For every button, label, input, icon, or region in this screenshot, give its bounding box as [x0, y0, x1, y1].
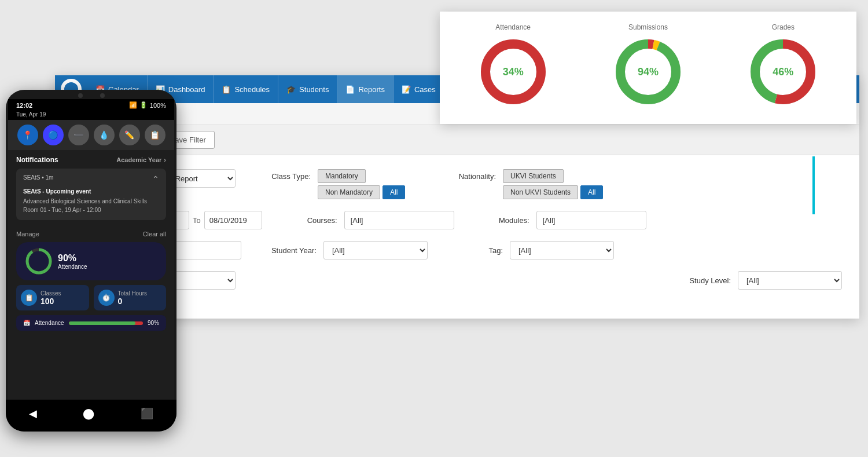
nav-item-reports[interactable]: 📄 Reports	[337, 75, 393, 103]
notif-card-header: SEAtS • 1m ⌃	[23, 174, 159, 184]
nav-item-schedules[interactable]: 📋 Schedules	[214, 75, 278, 103]
class-type-buttons: Mandatory	[318, 169, 366, 183]
home-button[interactable]: ⬤	[83, 407, 94, 420]
attendance-bar-fill	[69, 321, 136, 325]
cases-icon: 📝	[402, 85, 411, 94]
nav-label-schedules: Schedules	[234, 85, 270, 94]
attendance-label: Attendance	[58, 264, 87, 270]
non-ukvi-button[interactable]: Non UKVI Students	[503, 185, 578, 199]
bluetooth-icon[interactable]: 🔵	[43, 125, 64, 145]
battery-icon: 🔋	[139, 101, 148, 109]
total-hours-value: 0	[118, 297, 148, 306]
nav-label-cases: Cases	[414, 85, 436, 94]
nav-item-cases[interactable]: 📝 Cases	[393, 75, 444, 103]
to-label: To	[193, 216, 201, 225]
submissions-value: 94%	[638, 66, 659, 78]
nationality-all-button[interactable]: All	[580, 185, 603, 199]
mandatory-button[interactable]: Mandatory	[318, 169, 366, 183]
phone-camera	[78, 93, 105, 98]
back-button[interactable]: ◀	[29, 407, 37, 420]
svg-point-11	[27, 250, 50, 273]
phone-screen: 12:02 📶 🔋 100% Tue, Apr 19 📍 🔵 ➖ 💧 ✏️ 📋 …	[8, 99, 174, 400]
ukvi-button[interactable]: UKVI Students	[503, 169, 564, 183]
pen-icon[interactable]: ✏️	[119, 125, 140, 145]
attendance-bar-icon: 📅	[23, 320, 30, 326]
reports-icon: 📄	[345, 85, 355, 94]
attendance-bar-label: Attendance	[35, 320, 64, 326]
attendance-donut: 34%	[479, 37, 548, 107]
minus-icon[interactable]: ➖	[68, 125, 89, 145]
attendance-chart: Attendance 34%	[479, 23, 548, 107]
nationality-group: Nationality: UKVI Students Non UKVI Stud…	[444, 169, 606, 199]
study-level-label: Study Level:	[679, 276, 731, 285]
grades-value: 46%	[773, 66, 793, 78]
notifications-section: Notifications Academic Year › SEAtS • 1m…	[8, 150, 174, 226]
notifications-label: Notifications	[16, 156, 58, 164]
modules-input[interactable]	[536, 211, 646, 229]
attendance-bar-track	[69, 321, 143, 325]
cyan-accent	[812, 156, 815, 214]
hours-card: ⏱️ Total Hours 0	[94, 285, 167, 310]
non-mandatory-button[interactable]: Non Mandatory	[318, 185, 380, 199]
notif-chevron-icon: ⌃	[152, 174, 159, 184]
phone: 12:02 📶 🔋 100% Tue, Apr 19 📍 🔵 ➖ 💧 ✏️ 📋 …	[6, 90, 176, 432]
date-to-input[interactable]	[204, 211, 262, 229]
class-type-all-button[interactable]: All	[382, 185, 405, 199]
attendance-section: 90% Attendance 📋 Classes 100 ⏱️ Total Ho…	[8, 242, 174, 331]
submissions-chart-title: Submissions	[628, 23, 668, 31]
nav-item-students[interactable]: 🎓 Students	[278, 75, 337, 103]
student-year-select[interactable]: [All]	[323, 241, 428, 259]
form-row-2: Date: To Courses: Modules:	[72, 211, 842, 229]
chart-panel: Attendance 34% Submissions	[440, 12, 856, 124]
clipboard-icon[interactable]: 📋	[145, 125, 165, 145]
attendance-bar-card: 📅 Attendance 90%	[16, 315, 166, 331]
courses-label: Courses:	[285, 216, 337, 225]
location-icon[interactable]: 📍	[17, 125, 38, 145]
submissions-chart: Submissions 94%	[613, 23, 683, 107]
courses-input[interactable]	[344, 211, 454, 229]
academic-year-label: Academic Year ›	[116, 156, 166, 163]
student-year-label: Student Year:	[264, 246, 317, 255]
phone-nav-bar: ◀ ⬤ ⬛	[6, 400, 176, 432]
attendance-pill: 90% Attendance	[16, 242, 166, 280]
phone-time: 12:02	[16, 102, 32, 109]
manage-label[interactable]: Manage	[16, 231, 39, 237]
stats-row: 📋 Classes 100 ⏱️ Total Hours 0	[16, 285, 166, 310]
notif-title: SEAtS - Upcoming event	[23, 187, 159, 196]
attendance-bar-pct: 90%	[148, 320, 159, 326]
notif-header: Notifications Academic Year ›	[16, 156, 166, 164]
classes-label: Classes	[41, 290, 61, 297]
recents-button[interactable]: ⬛	[141, 407, 153, 420]
hours-info: Total Hours 0	[118, 290, 148, 306]
study-level-select[interactable]: [All]	[738, 271, 842, 290]
student-year-group: Student Year: [All]	[264, 241, 428, 259]
clear-all-label[interactable]: Clear all	[143, 231, 166, 237]
nav-label-dashboard: Dashboard	[168, 85, 205, 94]
class-type-label: Class Type:	[259, 172, 311, 181]
manage-row: Manage Clear all	[8, 226, 174, 242]
notification-card: SEAtS • 1m ⌃ SEAtS - Upcoming event Adva…	[16, 169, 166, 220]
classes-icon: 📋	[21, 290, 37, 306]
study-level-group: Study Level: [All]	[679, 271, 842, 290]
phone-date-row: Tue, Apr 19	[8, 111, 174, 120]
total-hours-label: Total Hours	[118, 290, 148, 297]
tag-select[interactable]: [All]	[510, 241, 614, 259]
wifi-icon: 📶	[129, 101, 137, 109]
tag-label: Tag:	[451, 246, 503, 255]
nav-label-students: Students	[299, 85, 329, 94]
schedules-icon: 📋	[222, 85, 231, 94]
form-row-1: Reports: Academic Report Class Type: Man…	[72, 169, 842, 199]
water-icon[interactable]: 💧	[94, 125, 115, 145]
classes-card: 📋 Classes 100	[16, 285, 89, 310]
camera-dot-right	[100, 93, 105, 98]
modules-label: Modules:	[477, 216, 529, 225]
phone-icons-row: 📍 🔵 ➖ 💧 ✏️ 📋	[8, 120, 174, 150]
phone-date: Tue, Apr 19	[16, 111, 46, 118]
attendance-pct: 90%	[58, 253, 87, 264]
courses-group: Courses:	[285, 211, 454, 229]
attendance-chart-title: Attendance	[495, 23, 531, 31]
nav-label-reports: Reports	[358, 85, 385, 94]
notif-card-body: SEAtS - Upcoming event Advanced Biologic…	[23, 187, 159, 214]
classes-info: Classes 100	[41, 290, 61, 306]
tag-group: Tag: [All]	[451, 241, 614, 259]
